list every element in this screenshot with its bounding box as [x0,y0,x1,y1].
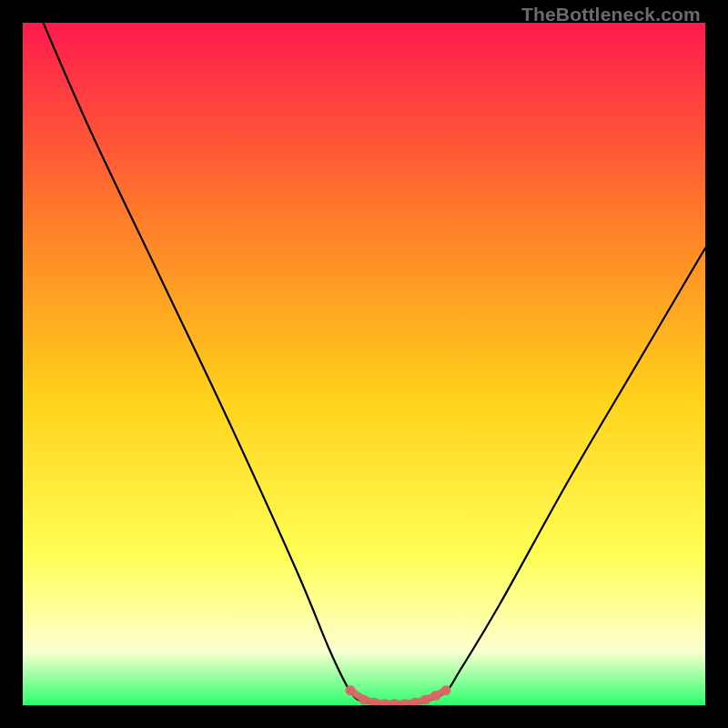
gradient-background [23,23,705,705]
optimal-range-dot [359,695,369,705]
optimal-range-dot [441,685,451,695]
plot-area [23,23,705,705]
optimal-range-dot [420,695,430,705]
watermark-label: TheBottleneck.com [521,4,701,25]
optimal-range-dot [430,691,440,701]
chart-frame: TheBottleneck.com [0,0,728,728]
optimal-range-dot [346,685,356,695]
chart-svg [23,23,705,705]
